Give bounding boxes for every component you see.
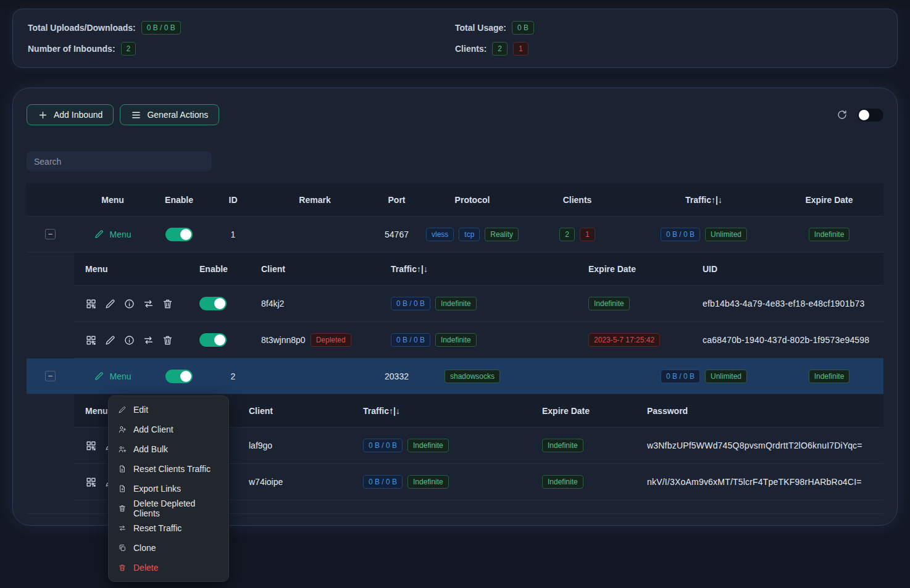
context-menu-item-clone[interactable]: Clone bbox=[109, 538, 228, 558]
menu-item-label: Reset Clients Traffic bbox=[133, 464, 211, 474]
header-password: Password bbox=[636, 406, 883, 416]
edit-icon[interactable] bbox=[104, 298, 116, 310]
header-enable: Enable bbox=[194, 264, 250, 274]
stat-number-of-inbounds: Number of Inbounds: 2 bbox=[28, 42, 455, 56]
expire-date-cell: Indefinite bbox=[531, 475, 636, 489]
refresh-icon[interactable] bbox=[837, 109, 848, 120]
reset-traffic-icon[interactable] bbox=[143, 298, 154, 310]
client-enable-toggle[interactable] bbox=[199, 297, 227, 310]
expire-badge: Indefinite bbox=[809, 370, 850, 383]
edit-icon[interactable] bbox=[104, 334, 116, 346]
traffic-limit-badge: Indefinite bbox=[435, 333, 477, 347]
enable-cell bbox=[194, 333, 250, 347]
stat-label: Total Usage: bbox=[455, 23, 506, 33]
traffic-limit-badge: Unlimited bbox=[705, 228, 747, 241]
menu-item-label: Export Links bbox=[133, 484, 181, 494]
reset-traffic-icon[interactable] bbox=[143, 334, 154, 346]
expand-cell: − bbox=[27, 371, 74, 381]
search-input[interactable] bbox=[27, 151, 212, 172]
traffic-badge: 0 B / 0 B bbox=[661, 370, 700, 383]
client-actions bbox=[74, 298, 194, 310]
header-uid: UID bbox=[691, 264, 883, 274]
client-name: laf9go bbox=[238, 441, 352, 450]
context-menu-item-delete-depleted-clients[interactable]: Delete Depleted Clients bbox=[109, 499, 228, 518]
trash-icon bbox=[118, 504, 127, 513]
qr-code-icon[interactable] bbox=[85, 298, 97, 310]
client-enable-toggle[interactable] bbox=[199, 333, 227, 347]
header-traffic-sort[interactable]: Traffic↑|↓ bbox=[380, 264, 577, 274]
inbound-context-menu: Edit Add Client Add Bulk Reset Clients T… bbox=[108, 395, 229, 582]
clients-online-badge: 2 bbox=[559, 228, 575, 241]
traffic-cell: 0 B / 0 B Unlimited bbox=[633, 370, 775, 383]
copy-icon bbox=[118, 544, 127, 552]
password-value: w3NfbzUPf5WWd745Q8pvsmQrdrttT2lO6knuI7Di… bbox=[636, 441, 883, 450]
delete-icon[interactable] bbox=[162, 298, 173, 310]
qr-code-icon[interactable] bbox=[85, 440, 97, 452]
stat-clients: Clients: 2 1 bbox=[455, 42, 882, 56]
inbound-menu-button[interactable]: Menu bbox=[74, 229, 151, 239]
file-refresh-icon bbox=[118, 465, 127, 473]
header-expire-date: Expire Date bbox=[775, 195, 883, 205]
info-icon[interactable] bbox=[123, 334, 135, 346]
context-menu-item-delete[interactable]: Delete bbox=[109, 558, 228, 578]
info-icon[interactable] bbox=[123, 298, 135, 310]
client-row: 8f4kj2 0 B / 0 B Indefinite Indefinite e… bbox=[74, 286, 883, 322]
inbound-menu-label: Menu bbox=[109, 371, 131, 381]
context-menu-item-export-links[interactable]: Export Links bbox=[109, 479, 228, 499]
menu-item-label: Clone bbox=[133, 543, 156, 553]
header-traffic-sort[interactable]: Traffic↑|↓ bbox=[352, 406, 531, 416]
protocol-badge: Reality bbox=[485, 228, 519, 241]
client-name: 8t3wjnn8p0 bbox=[261, 335, 306, 345]
header-port: Port bbox=[370, 195, 423, 205]
context-menu-item-reset-traffic[interactable]: Reset Traffic bbox=[109, 518, 228, 538]
client-name-cell: 8t3wjnn8p0 Depleted bbox=[250, 333, 380, 347]
traffic-cell: 0 B / 0 B Indefinite bbox=[352, 475, 531, 489]
inbound-enable-toggle[interactable] bbox=[165, 228, 193, 241]
context-menu-item-reset-clients-traffic[interactable]: Reset Clients Traffic bbox=[109, 459, 228, 479]
qr-code-icon[interactable] bbox=[85, 476, 97, 488]
menu-item-label: Reset Traffic bbox=[133, 523, 182, 533]
delete-icon[interactable] bbox=[162, 334, 173, 346]
trash-icon bbox=[118, 563, 127, 572]
swap-arrows-icon bbox=[118, 524, 127, 532]
inbound-menu-label: Menu bbox=[109, 230, 131, 239]
expire-badge: Indefinite bbox=[542, 475, 583, 489]
client-name: w74ioipe bbox=[238, 477, 352, 487]
expire-badge: Indefinite bbox=[588, 297, 630, 310]
stat-label: Total Uploads/Downloads: bbox=[28, 23, 136, 33]
toolbar-right bbox=[837, 109, 883, 122]
theme-toggle[interactable] bbox=[858, 109, 883, 122]
collapse-row-button[interactable]: − bbox=[45, 371, 56, 381]
traffic-cell: 0 B / 0 B Indefinite bbox=[352, 439, 531, 452]
inbound-row-1: − Menu 1 54767 vless tcp Reality bbox=[27, 217, 883, 252]
general-actions-button[interactable]: General Actions bbox=[120, 104, 219, 125]
qr-code-icon[interactable] bbox=[85, 334, 97, 346]
enable-cell bbox=[151, 370, 207, 383]
inbound-row-2: − Menu 2 20332 shadowsocks 0 B / 0 B bbox=[27, 358, 883, 394]
collapse-row-button[interactable]: − bbox=[45, 229, 56, 239]
header-remark: Remark bbox=[259, 195, 370, 205]
traffic-limit-badge: Indefinite bbox=[407, 475, 449, 489]
stat-value-badge: 2 bbox=[121, 42, 136, 56]
uid-value: ca68470b-1940-437d-802b-1f9573e94598 bbox=[691, 335, 883, 345]
context-menu-item-add-client[interactable]: Add Client bbox=[109, 420, 228, 439]
header-traffic-sort[interactable]: Traffic↑|↓ bbox=[633, 195, 775, 205]
traffic-badge: 0 B / 0 B bbox=[391, 333, 430, 347]
header-protocol: Protocol bbox=[423, 195, 522, 205]
inbound-enable-toggle[interactable] bbox=[165, 370, 193, 383]
header-client: Client bbox=[238, 406, 352, 416]
password-value: nkV/I/3XoAm9v6xMT/T5lcrF4TpeTKF98rHARbRo… bbox=[636, 477, 883, 487]
client-actions bbox=[74, 334, 194, 346]
protocol-badge: shadowsocks bbox=[445, 370, 500, 383]
stat-label: Clients: bbox=[455, 44, 486, 54]
add-inbound-button[interactable]: Add Inbound bbox=[27, 104, 114, 125]
expire-badge: Indefinite bbox=[809, 228, 850, 241]
traffic-cell: 0 B / 0 B Indefinite bbox=[380, 333, 577, 347]
context-menu-item-edit[interactable]: Edit bbox=[109, 400, 228, 420]
toggle-knob bbox=[214, 298, 225, 309]
context-menu-item-add-bulk[interactable]: Add Bulk bbox=[109, 439, 228, 459]
id-cell: 1 bbox=[207, 230, 259, 239]
inbound-menu-button[interactable]: Menu bbox=[74, 371, 151, 381]
traffic-badge: 0 B / 0 B bbox=[363, 439, 403, 452]
menu-lines-icon bbox=[131, 110, 141, 120]
